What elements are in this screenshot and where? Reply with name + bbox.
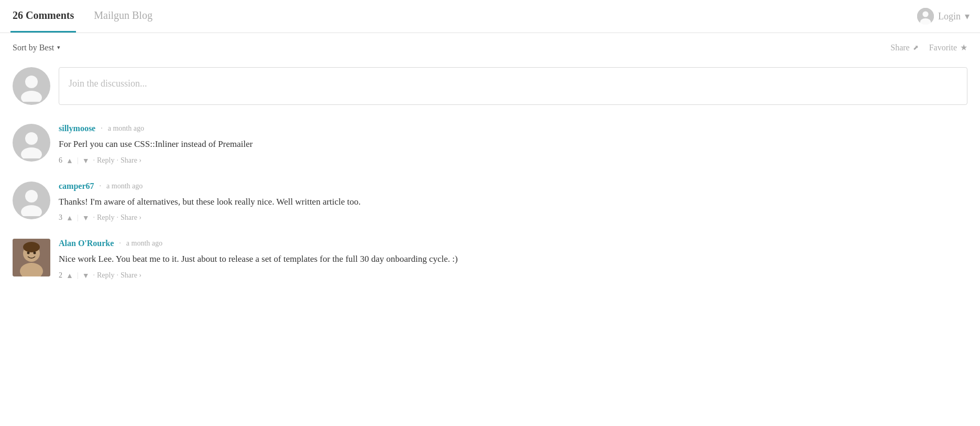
- avatar: [13, 124, 50, 162]
- svg-point-6: [21, 147, 42, 158]
- reply-button[interactable]: Reply: [97, 214, 114, 222]
- toolbar-actions: Share ⬈ Favorite ★: [890, 42, 967, 52]
- svg-point-13: [27, 252, 30, 254]
- table-row: sillymoose · a month ago For Perl you ca…: [13, 115, 967, 173]
- vote-count: 2: [59, 271, 62, 280]
- login-button[interactable]: Login ▾: [917, 8, 970, 25]
- comment-input[interactable]: [59, 67, 967, 105]
- comment-time: a month ago: [108, 124, 144, 133]
- vote-count: 3: [59, 214, 62, 222]
- sort-button[interactable]: Sort by Best ▾: [13, 43, 60, 52]
- comment-body: sillymoose · a month ago For Perl you ca…: [59, 124, 967, 165]
- svg-point-8: [21, 205, 42, 216]
- comment-separator: ·: [101, 124, 103, 133]
- comment-author[interactable]: Alan O'Rourke: [59, 239, 114, 248]
- reply-button[interactable]: Reply: [97, 271, 114, 280]
- svg-point-12: [23, 242, 40, 252]
- comments-list: sillymoose · a month ago For Perl you ca…: [0, 115, 980, 288]
- share-button[interactable]: Share ›: [121, 214, 141, 222]
- avatar: [13, 239, 50, 276]
- action-dot-2: ·: [116, 156, 118, 165]
- downvote-button[interactable]: ▼: [81, 271, 91, 280]
- comment-body: camper67 · a month ago Thanks! I'm aware…: [59, 182, 967, 222]
- action-dot-1: ·: [93, 214, 95, 222]
- svg-point-5: [25, 132, 38, 145]
- login-dropdown-icon: ▾: [965, 10, 970, 22]
- table-row: camper67 · a month ago Thanks! I'm aware…: [13, 173, 967, 231]
- upvote-button[interactable]: ▲: [64, 214, 75, 222]
- comment-author[interactable]: sillymoose: [59, 124, 95, 133]
- comment-time: a month ago: [106, 182, 143, 190]
- comment-actions: 2 ▲ | ▼ · Reply · Share ›: [59, 271, 967, 280]
- favorite-label: Favorite: [929, 43, 957, 52]
- svg-point-3: [25, 76, 38, 88]
- comment-time: a month ago: [126, 239, 162, 248]
- tab-mailgun-blog[interactable]: Mailgun Blog: [92, 0, 155, 33]
- comment-meta: camper67 · a month ago: [59, 182, 967, 191]
- share-button[interactable]: Share ›: [121, 271, 141, 280]
- avatar: [13, 182, 50, 219]
- favorite-button[interactable]: Favorite ★: [929, 42, 967, 52]
- svg-point-14: [34, 252, 36, 254]
- svg-point-1: [922, 11, 928, 17]
- action-dot-2: ·: [116, 214, 118, 222]
- comment-text: Thanks! I'm aware of alternatives, but t…: [59, 195, 967, 209]
- toolbar-row: Sort by Best ▾ Share ⬈ Favorite ★: [0, 33, 980, 62]
- svg-point-7: [25, 190, 38, 203]
- comment-separator: ·: [100, 182, 102, 190]
- sort-label: Sort by Best: [13, 43, 54, 52]
- comment-author[interactable]: camper67: [59, 182, 94, 191]
- vote-count: 6: [59, 156, 62, 165]
- action-dot-1: ·: [93, 156, 95, 165]
- header-tabs: 26 Comments Mailgun Blog Login ▾: [0, 0, 980, 33]
- tabs-left: 26 Comments Mailgun Blog: [10, 0, 155, 33]
- action-dot-1: ·: [93, 271, 95, 280]
- login-label: Login: [938, 11, 961, 22]
- tabs-right: Login ▾: [917, 8, 970, 25]
- downvote-button[interactable]: ▼: [81, 156, 91, 165]
- reply-button[interactable]: Reply: [97, 156, 114, 165]
- share-icon: ⬈: [913, 44, 919, 52]
- comment-separator: ·: [119, 239, 121, 248]
- favorite-icon: ★: [960, 42, 967, 52]
- tab-comments[interactable]: 26 Comments: [10, 0, 76, 33]
- share-button[interactable]: Share ›: [121, 156, 141, 165]
- comment-actions: 3 ▲ | ▼ · Reply · Share ›: [59, 214, 967, 222]
- comment-text: Nice work Lee. You beat me to it. Just a…: [59, 252, 967, 266]
- downvote-button[interactable]: ▼: [81, 214, 91, 222]
- votes-separator: |: [77, 156, 79, 165]
- svg-point-4: [21, 91, 42, 102]
- user-avatar-icon: [917, 8, 934, 25]
- comment-actions: 6 ▲ | ▼ · Reply · Share ›: [59, 156, 967, 165]
- comment-text: For Perl you can use CSS::Inliner instea…: [59, 137, 967, 151]
- comment-meta: sillymoose · a month ago: [59, 124, 967, 133]
- votes-separator: |: [77, 271, 79, 280]
- share-button[interactable]: Share ⬈: [890, 43, 918, 52]
- sort-chevron-icon: ▾: [57, 44, 60, 51]
- comment-body: Alan O'Rourke · a month ago Nice work Le…: [59, 239, 967, 280]
- action-dot-2: ·: [116, 271, 118, 280]
- votes-separator: |: [77, 214, 79, 222]
- table-row: Alan O'Rourke · a month ago Nice work Le…: [13, 230, 967, 288]
- upvote-button[interactable]: ▲: [64, 271, 75, 280]
- new-comment-area: [0, 62, 980, 115]
- comment-meta: Alan O'Rourke · a month ago: [59, 239, 967, 248]
- upvote-button[interactable]: ▲: [64, 156, 75, 165]
- share-label: Share: [890, 43, 909, 52]
- current-user-avatar: [13, 67, 50, 105]
